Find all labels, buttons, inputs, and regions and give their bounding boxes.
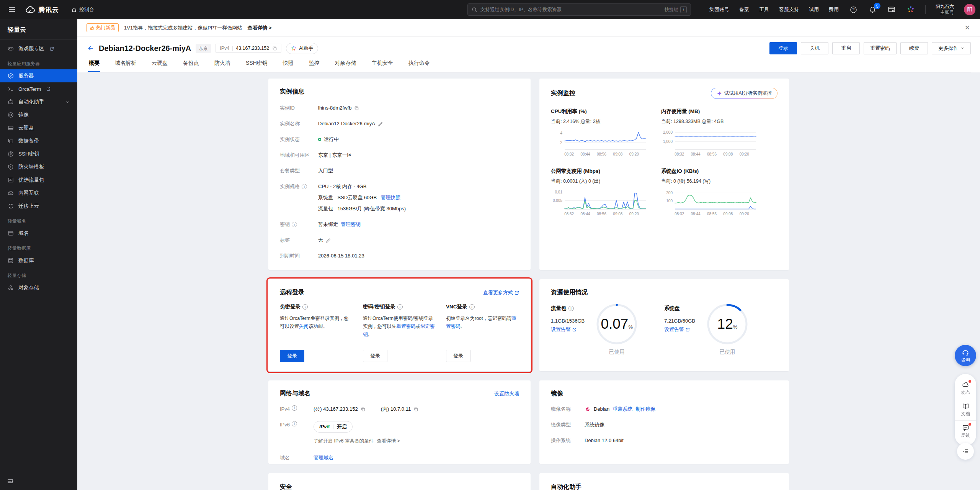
sidebar-item-ssh-keys[interactable]: SSH密钥 bbox=[0, 147, 77, 161]
robot-icon bbox=[8, 99, 14, 105]
manage-key-link[interactable]: 管理密钥 bbox=[341, 221, 361, 228]
sidebar-item-object-storage[interactable]: 对象存储 bbox=[0, 281, 77, 294]
copy-instance-id-icon[interactable] bbox=[354, 106, 359, 111]
ai-assistant-button[interactable]: AI助手 bbox=[286, 43, 318, 54]
sidebar-item-traffic-packages[interactable]: 优选流量包 bbox=[0, 174, 77, 187]
nav-item-billing[interactable]: 费用 bbox=[829, 6, 839, 13]
row-instance-id: 实例ID lhins-8dm2fwfb bbox=[280, 104, 519, 112]
svg-text:0.005: 0.005 bbox=[553, 198, 562, 203]
tab-backup-points[interactable]: 备份点 bbox=[182, 60, 200, 72]
make-image-link[interactable]: 制作镜像 bbox=[635, 405, 655, 413]
ipv6-detail-link[interactable]: 查看详情 > bbox=[377, 437, 400, 445]
global-search[interactable]: 快捷键 / bbox=[467, 3, 691, 16]
disk-alarm-link[interactable]: 设置告警 bbox=[664, 326, 690, 333]
ipv6-toggle-pill[interactable]: IPv6 开启 bbox=[314, 421, 353, 433]
info-icon[interactable]: i bbox=[292, 222, 297, 227]
back-button[interactable] bbox=[87, 45, 94, 52]
edit-tag-icon[interactable] bbox=[326, 238, 331, 243]
avatar[interactable]: 阳 bbox=[964, 4, 975, 15]
banner-detail-link[interactable]: 查看详情 > bbox=[247, 25, 271, 31]
inline-link[interactable]: 重置密码 bbox=[397, 324, 416, 329]
page-title: Debian12-Docker26-miyA bbox=[99, 44, 191, 53]
news-button[interactable]: 动态 bbox=[955, 378, 976, 399]
tab-commands[interactable]: 执行命令 bbox=[408, 60, 431, 72]
manage-snapshot-link[interactable]: 管理快照 bbox=[381, 194, 400, 202]
notifications-bell-icon[interactable]: 5 bbox=[868, 5, 877, 14]
shutdown-button[interactable]: 关机 bbox=[801, 42, 828, 54]
nav-item-group-account[interactable]: 集团账号 bbox=[709, 6, 729, 13]
info-icon[interactable]: i bbox=[568, 306, 574, 311]
nav-item-icp[interactable]: 备案 bbox=[739, 6, 749, 13]
user-account[interactable]: 阳九百六 主账号 bbox=[936, 4, 954, 15]
sidebar-item-server[interactable]: 服务器 bbox=[0, 69, 77, 82]
vnc-login-button[interactable]: 登录 bbox=[446, 350, 470, 362]
search-input[interactable] bbox=[480, 7, 662, 12]
tab-snapshots[interactable]: 快照 bbox=[282, 60, 294, 72]
tab-bar: 概要 域名解析 云硬盘 备份点 防火墙 SSH密钥 快照 监控 对象存储 主机安… bbox=[87, 60, 971, 72]
nav-item-tools[interactable]: 工具 bbox=[759, 6, 769, 13]
more-actions-button[interactable]: 更多操作 bbox=[932, 42, 971, 54]
sidebar-item-images[interactable]: 镜像 bbox=[0, 108, 77, 121]
traffic-alarm-link[interactable]: 设置告警 bbox=[551, 326, 577, 333]
more-login-methods-link[interactable]: 查看更多方式 bbox=[483, 289, 519, 296]
tab-firewall[interactable]: 防火墙 bbox=[214, 60, 231, 72]
reinstall-system-link[interactable]: 重装系统 bbox=[612, 405, 632, 413]
sidebar-item-intranet-connect[interactable]: 内网互联 bbox=[0, 187, 77, 200]
tab-object-storage[interactable]: 对象存储 bbox=[334, 60, 357, 72]
tencent-cloud-logo[interactable]: 腾讯云 bbox=[25, 5, 59, 14]
sidebar-item-domains[interactable]: 域名 bbox=[0, 227, 77, 240]
tab-monitoring[interactable]: 监控 bbox=[308, 60, 320, 72]
copy-private-ip-icon[interactable] bbox=[413, 407, 418, 412]
ai-assistant-pinwheel-icon[interactable] bbox=[906, 5, 915, 14]
copy-ip-icon[interactable] bbox=[272, 46, 277, 51]
info-icon[interactable]: i bbox=[397, 304, 403, 310]
info-icon[interactable]: i bbox=[292, 421, 297, 426]
hamburger-menu-icon[interactable] bbox=[5, 3, 18, 16]
sidebar-item-orcaterm[interactable]: OrcaTerm bbox=[0, 82, 77, 95]
sidebar-item-migration[interactable]: 迁移上云 bbox=[0, 200, 77, 213]
manage-domain-link[interactable]: 管理域名 bbox=[314, 454, 333, 462]
sidebar-collapse-icon[interactable] bbox=[7, 478, 14, 485]
task-list-icon bbox=[962, 448, 969, 455]
help-icon[interactable]: ? bbox=[849, 5, 858, 14]
sidebar-item-game-zone[interactable]: 游戏服专区 bbox=[0, 42, 77, 55]
set-firewall-link[interactable]: 设置防火墙 bbox=[494, 390, 519, 397]
tab-cloud-disk[interactable]: 云硬盘 bbox=[151, 60, 168, 72]
tab-overview[interactable]: 概要 bbox=[88, 60, 100, 72]
ipv4-public-value: (公) 43.167.233.152 bbox=[314, 405, 358, 413]
ai-analyze-monitoring-button[interactable]: 试试用AI分析实例监控 bbox=[711, 88, 777, 99]
docs-button[interactable]: 文档 bbox=[955, 399, 976, 420]
tab-ssh-key[interactable]: SSH密钥 bbox=[245, 60, 268, 72]
restart-button[interactable]: 重启 bbox=[832, 42, 860, 54]
task-list-floating-button[interactable] bbox=[957, 443, 974, 460]
edit-name-icon[interactable] bbox=[378, 121, 383, 126]
tab-dns[interactable]: 域名解析 bbox=[114, 60, 137, 72]
info-icon[interactable]: i bbox=[302, 304, 308, 310]
login-button[interactable]: 登录 bbox=[769, 42, 797, 54]
console-link[interactable]: 控制台 bbox=[71, 6, 94, 13]
reset-password-button[interactable]: 重置密码 bbox=[864, 42, 897, 54]
sidebar-item-cloud-disk[interactable]: 云硬盘 bbox=[0, 121, 77, 134]
nav-item-support[interactable]: 客服支持 bbox=[779, 6, 799, 13]
nav-item-trial[interactable]: 试用 bbox=[809, 6, 819, 13]
copy-public-ip-icon[interactable] bbox=[361, 407, 366, 412]
traffic-chart-icon bbox=[8, 177, 14, 183]
banner-close-icon[interactable]: ✕ bbox=[963, 23, 972, 33]
tab-host-security[interactable]: 主机安全 bbox=[371, 60, 394, 72]
info-icon[interactable]: i bbox=[302, 184, 307, 189]
feedback-button[interactable]: 反馈 bbox=[955, 420, 976, 442]
renew-button[interactable]: 续费 bbox=[900, 42, 928, 54]
password-key-login-button[interactable]: 登录 bbox=[363, 350, 387, 362]
home-icon bbox=[71, 7, 77, 13]
sidebar-item-firewall-templates[interactable]: 防火墙模板 bbox=[0, 161, 77, 174]
console-settings-icon[interactable] bbox=[887, 5, 896, 14]
passwordless-login-button[interactable]: 登录 bbox=[280, 350, 304, 362]
info-icon[interactable]: i bbox=[292, 405, 297, 411]
info-icon[interactable]: i bbox=[469, 304, 475, 310]
sidebar-item-automation-assistant[interactable]: 自动化助手 bbox=[0, 95, 77, 108]
row-plan-type: 套餐类型 入门型 bbox=[280, 167, 519, 175]
inline-link[interactable]: 关闭 bbox=[299, 324, 309, 329]
consult-floating-button[interactable]: 咨询 bbox=[955, 345, 976, 366]
sidebar-item-databases[interactable]: 数据库 bbox=[0, 254, 77, 267]
sidebar-item-data-backup[interactable]: 数据备份 bbox=[0, 134, 77, 147]
